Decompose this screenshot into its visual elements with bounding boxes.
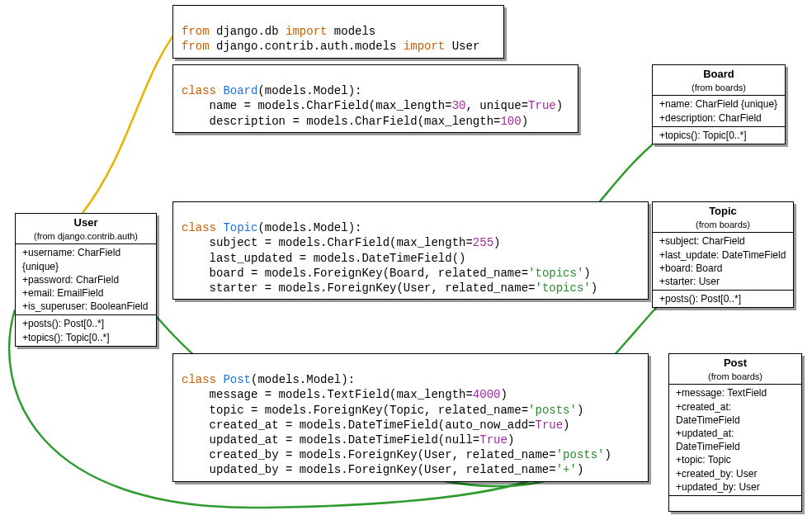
uml-attr: +topic: Topic [676, 453, 795, 466]
uml-method: +posts(): Post[0..*] [659, 292, 786, 305]
uml-method: +topics(): Topic[0..*] [659, 129, 778, 142]
uml-attr: +board: Board [659, 262, 786, 275]
uml-method: +posts(): Post[0..*] [22, 317, 149, 330]
uml-attr: +updated_at: DateTimeField [676, 427, 795, 453]
uml-method: +topics(): Topic[0..*] [22, 331, 149, 344]
board-code: class Board(models.Model): name = models… [172, 64, 578, 133]
uml-user-title: User [22, 215, 149, 230]
uml-attr: +password: CharField [22, 273, 149, 286]
uml-attr: +description: CharField [659, 111, 778, 125]
uml-topic: Topic (from boards) +subject: CharField … [652, 201, 794, 308]
uml-attr: +last_update: DateTimeField [659, 248, 786, 262]
uml-post-title: Post [676, 356, 795, 371]
topic-code: class Topic(models.Model): subject = mod… [172, 201, 649, 300]
uml-attr: +updated_by: User [676, 480, 795, 494]
uml-topic-title: Topic [659, 204, 786, 219]
uml-post-sub: (from boards) [676, 371, 795, 383]
uml-attr: +name: CharField {unique} [659, 97, 778, 111]
uml-post: Post (from boards) +message: TextField +… [668, 353, 802, 512]
uml-attr: +subject: CharField [659, 234, 786, 248]
imports-code: from django.db import models from django… [172, 5, 504, 59]
uml-board-sub: (from boards) [659, 82, 778, 94]
uml-board: Board (from boards) +name: CharField {un… [652, 64, 786, 144]
post-code: class Post(models.Model): message = mode… [172, 353, 649, 482]
uml-attr: +is_superuser: BooleanField [22, 300, 149, 313]
uml-attr: +created_at: DateTimeField [676, 400, 795, 427]
uml-user-sub: (from django.contrib.auth) [22, 230, 149, 243]
uml-topic-sub: (from boards) [659, 219, 786, 231]
uml-attr: +username: CharField {unique} [22, 246, 149, 272]
uml-attr: +starter: User [659, 275, 786, 288]
uml-user: User (from django.contrib.auth) +usernam… [15, 213, 157, 347]
uml-board-title: Board [659, 67, 778, 82]
uml-attr: +message: TextField [676, 386, 795, 399]
uml-attr: +created_by: User [676, 467, 795, 480]
uml-attr: +email: EmailField [22, 286, 149, 300]
